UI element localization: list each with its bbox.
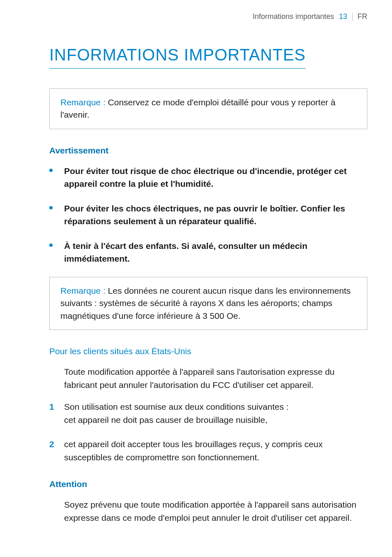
header-section-name: Informations importantes <box>253 12 334 21</box>
list-item: Pour éviter les chocs électriques, ne pa… <box>49 202 367 228</box>
page-header: Informations importantes 13 FR <box>25 12 367 21</box>
header-page-number: 13 <box>339 12 347 21</box>
content-column: INFORMATIONS IMPORTANTES Remarque : Cons… <box>49 46 367 524</box>
list-item: Pour éviter tout risque de choc électriq… <box>49 165 367 190</box>
page: Informations importantes 13 FR INFORMATI… <box>0 0 392 557</box>
note-box-2: Remarque : Les données ne courent aucun … <box>49 277 367 330</box>
warning-heading: Avertissement <box>49 146 367 155</box>
warning-list: Pour éviter tout risque de choc électriq… <box>49 165 367 265</box>
note-label: Remarque : <box>60 286 106 295</box>
header-divider <box>352 13 353 21</box>
page-title: INFORMATIONS IMPORTANTES <box>49 46 306 69</box>
list-item-text: cet appareil ne doit pas causer de broui… <box>64 415 267 425</box>
note-label: Remarque : <box>60 97 106 107</box>
list-item: À tenir à l'écart des enfants. Si avalé,… <box>49 239 367 265</box>
header-language: FR <box>357 12 367 21</box>
us-clients-heading: Pour les clients situés aux États-Unis <box>49 346 367 356</box>
us-clients-paragraph: Toute modification apportée à l'appareil… <box>64 365 367 391</box>
us-clients-conditions-list: Son utilisation est soumise aux deux con… <box>49 400 367 464</box>
list-item: Son utilisation est soumise aux deux con… <box>49 400 367 426</box>
attention-paragraph: Soyez prévenu que toute modification app… <box>64 498 367 524</box>
list-item: cet appareil doit accepter tous les brou… <box>49 438 367 464</box>
list-intro: Son utilisation est soumise aux deux con… <box>64 402 288 411</box>
note-box-1: Remarque : Conservez ce mode d'emploi dé… <box>49 88 367 129</box>
attention-heading: Attention <box>49 479 367 489</box>
